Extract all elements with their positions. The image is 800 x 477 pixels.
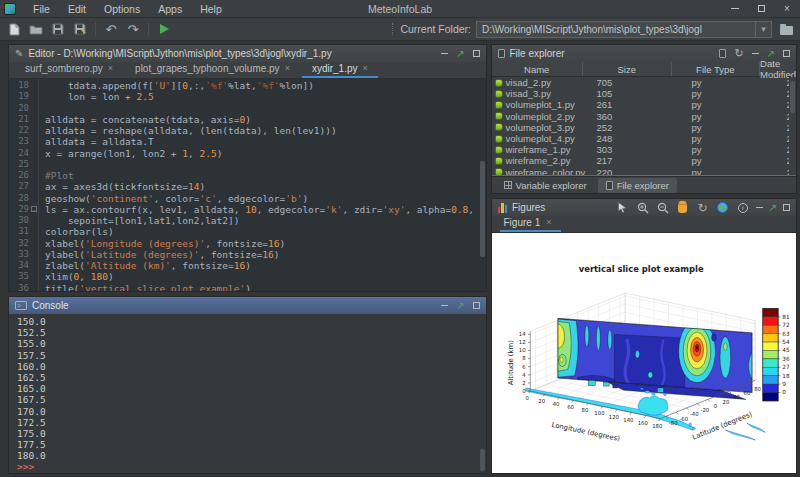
maximize-button[interactable] xyxy=(748,0,774,18)
panel-minimize-icon[interactable] xyxy=(441,53,448,54)
panel-float-icon[interactable]: ↗ xyxy=(767,49,775,59)
table-row[interactable]: volumeplot_4.py248py2021/7/25 10:38 xyxy=(492,133,796,144)
column-header-filetype[interactable]: File Type xyxy=(672,62,761,76)
tab-figure-1[interactable]: Figure 1 × xyxy=(500,216,562,232)
new-script-button[interactable] xyxy=(5,20,23,38)
editor-title: Editor - D:\Working\MIScript\Jython\mis\… xyxy=(28,48,331,59)
figure-tab-bar: Figure 1 × xyxy=(492,216,796,233)
menu-help[interactable]: Help xyxy=(191,2,231,16)
minimize-button[interactable] xyxy=(722,0,748,18)
scrollbar-thumb[interactable] xyxy=(480,161,485,258)
editor-tab-plot_grapes_typhoon_volume.py[interactable]: plot_grapes_typhoon_volume.py× xyxy=(125,62,300,78)
redo-button[interactable]: ↷ xyxy=(124,20,142,38)
table-row[interactable]: volumeplot_3.py252py2021/7/25 10:29 xyxy=(492,122,796,133)
zoom-in-icon[interactable] xyxy=(636,201,650,215)
menu-options[interactable]: Options xyxy=(95,2,149,16)
close-tab-icon[interactable]: × xyxy=(108,63,113,73)
menu-apps[interactable]: Apps xyxy=(149,2,191,16)
panel-minimize-icon[interactable] xyxy=(752,53,759,54)
console-scrollbar[interactable] xyxy=(479,314,486,473)
table-scrollbar[interactable] xyxy=(789,77,796,175)
zoom-out-icon[interactable] xyxy=(656,201,670,215)
fold-icon[interactable]: - xyxy=(31,206,37,212)
tab-label: plot_grapes_typhoon_volume.py xyxy=(135,63,280,74)
panel-float-icon[interactable]: ↗ xyxy=(456,301,464,311)
editor-tab-surf_sombrero.py[interactable]: surf_sombrero.py× xyxy=(15,62,123,78)
panel-float-icon[interactable]: ↗ xyxy=(769,203,777,213)
panel-maximize-icon[interactable] xyxy=(783,50,790,57)
tick-label: 40 xyxy=(733,394,740,400)
refresh-icon[interactable]: ↻ xyxy=(734,48,743,59)
globe-icon[interactable] xyxy=(716,201,730,215)
menu-file[interactable]: File xyxy=(24,2,59,16)
line-number: 25 xyxy=(9,159,38,170)
close-button[interactable]: × xyxy=(774,0,800,18)
column-header-name[interactable]: Name xyxy=(492,62,583,76)
browse-folder-button[interactable] xyxy=(777,20,795,38)
panel-maximize-icon[interactable] xyxy=(473,302,480,309)
py-file-icon xyxy=(495,123,503,131)
table-row[interactable]: wireframe_color.py220py2020/11/10 11:20 xyxy=(492,167,796,177)
editor-panel: ✎ Editor - D:\Working\MIScript\Jython\mi… xyxy=(8,44,487,292)
chevron-down-icon[interactable]: ▾ xyxy=(755,22,771,37)
undo-button[interactable]: ↶ xyxy=(102,20,120,38)
tick-label: 18 xyxy=(782,373,790,379)
tick-label: 6 xyxy=(522,364,526,370)
vertical-slice-plot[interactable]: vertical slice plot example xyxy=(492,233,796,471)
open-button[interactable] xyxy=(27,20,45,38)
select-cursor-icon[interactable] xyxy=(616,201,630,215)
current-folder-value[interactable]: D:\Working\MIScript\Jython\mis\plot_type… xyxy=(477,24,755,35)
close-tab-icon[interactable]: × xyxy=(362,63,367,73)
new-file-icon xyxy=(9,23,20,36)
file-table[interactable]: visad_2.py705py2019/9/3 02:11visad_3.py1… xyxy=(492,77,796,176)
column-header-modified[interactable]: Date Modified xyxy=(760,62,796,76)
code-area[interactable]: tdata.append(f['U'][0,:,'%f'%lat,'%f'%lo… xyxy=(39,79,486,292)
code-editor[interactable]: 181920212223242526272829-30313233343536 … xyxy=(9,79,486,292)
new-file-icon[interactable] xyxy=(719,49,726,58)
table-row[interactable]: visad_3.py105py2017/7/12 09:00 xyxy=(492,88,796,99)
console-output[interactable]: 150.0152.5155.0157.5160.0162.5165.0167.5… xyxy=(9,314,486,473)
save-button[interactable] xyxy=(49,20,67,38)
close-tab-icon[interactable]: × xyxy=(285,63,290,73)
identify-icon[interactable]: i xyxy=(736,201,750,215)
console-lines: 150.0152.5155.0157.5160.0162.5165.0167.5… xyxy=(17,316,486,473)
tab-file-explorer[interactable]: File explorer xyxy=(598,178,677,193)
tick-label: 80 xyxy=(754,386,761,392)
tick-label: 10 xyxy=(518,347,525,353)
rotate-icon[interactable]: ↻ xyxy=(696,201,710,215)
tab-variable-explorer[interactable]: Variable explorer xyxy=(496,178,595,193)
table-row[interactable]: visad_2.py705py2019/9/3 02:11 xyxy=(492,77,796,88)
panel-maximize-icon[interactable] xyxy=(473,50,480,57)
x-axis-label: Longitude (degrees) xyxy=(550,421,620,443)
panel-float-icon[interactable]: ↗ xyxy=(456,49,464,59)
close-tab-icon[interactable]: × xyxy=(546,217,551,227)
column-header-size[interactable]: Size xyxy=(583,62,672,76)
tick-label: -60 xyxy=(679,416,688,422)
panel-maximize-icon[interactable] xyxy=(783,204,790,211)
tick-label: 27 xyxy=(782,364,790,370)
code-line: geoshow('continent', color='c', edgecolo… xyxy=(45,193,486,204)
run-button[interactable] xyxy=(155,20,173,38)
console-prompt[interactable]: >>> xyxy=(17,461,486,472)
console-header: >_ Console ↗ xyxy=(9,297,486,314)
table-row[interactable]: wireframe_2.py217py2020/11/10 11:20 xyxy=(492,155,796,166)
save-as-button[interactable] xyxy=(71,20,89,38)
scrollbar-thumb[interactable] xyxy=(790,81,795,113)
tick-label: 160 xyxy=(637,420,648,426)
current-folder-combo[interactable]: D:\Working\MIScript\Jython\mis\plot_type… xyxy=(476,21,772,38)
console-title: Console xyxy=(32,300,69,311)
editor-scrollbar[interactable] xyxy=(479,79,486,292)
scrollbar-thumb[interactable] xyxy=(480,449,485,471)
figure-canvas[interactable]: vertical slice plot example xyxy=(492,233,796,473)
pan-hand-icon[interactable] xyxy=(676,201,690,215)
toolbar-drag-handle[interactable] xyxy=(392,23,395,35)
toolbar-separator xyxy=(95,22,96,36)
table-row[interactable]: volumeplot_2.py360py2021/8/23 05:45 xyxy=(492,111,796,122)
menu-edit[interactable]: Edit xyxy=(59,2,95,16)
panel-minimize-icon[interactable] xyxy=(441,305,448,306)
editor-tab-xydir_1.py[interactable]: xydir_1.py× xyxy=(302,62,378,78)
table-row[interactable]: volumeplot_1.py261py2021/7/30 08:45 xyxy=(492,99,796,110)
panel-minimize-icon[interactable] xyxy=(756,207,763,208)
tick-label: 20 xyxy=(538,398,545,404)
table-row[interactable]: wireframe_1.py303py2020/11/10 11:19 xyxy=(492,144,796,155)
